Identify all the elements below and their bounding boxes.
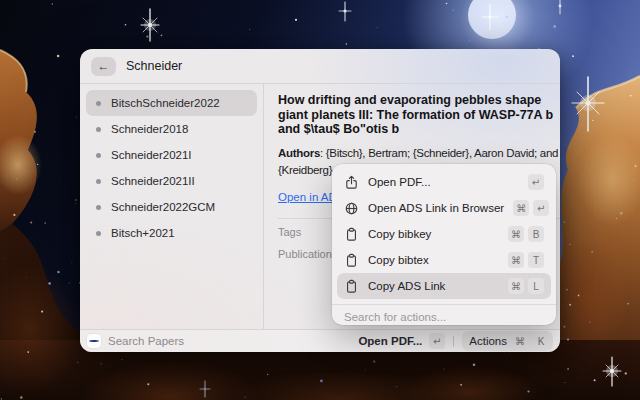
- list-item[interactable]: Schneider2018: [86, 116, 257, 142]
- menu-item-open-pdf[interactable]: Open PDF... ↵: [337, 169, 551, 195]
- actions-menu: Open PDF... ↵ Open ADS Link in Browser ⌘…: [332, 164, 556, 325]
- list-item-label: Schneider2018: [111, 123, 188, 135]
- paper-list: BitschSchneider2022 Schneider2018 Schnei…: [80, 84, 264, 329]
- list-item[interactable]: Schneider2022GCM: [86, 194, 257, 220]
- back-arrow-icon: ←: [98, 60, 110, 72]
- key-b: B: [528, 226, 544, 242]
- key-cmd: ⌘: [508, 252, 524, 268]
- primary-action-button[interactable]: Open PDF...: [358, 335, 422, 347]
- menu-item-copy-ads-link[interactable]: Copy ADS Link ⌘L: [337, 273, 551, 299]
- status-bar: Search Papers Open PDF... ↵ Actions ⌘ K: [80, 329, 560, 352]
- list-item[interactable]: Bitsch+2021: [86, 220, 257, 246]
- paper-title: How drifting and evaporating pebbles sha…: [278, 93, 560, 137]
- window-header: ←: [80, 49, 560, 84]
- list-item-label: Schneider2022GCM: [111, 201, 215, 213]
- actions-search-input[interactable]: [332, 305, 556, 328]
- list-item-label: BitschSchneider2022: [111, 97, 220, 109]
- back-button[interactable]: ←: [91, 57, 116, 76]
- key-cmd: ⌘: [512, 333, 528, 349]
- clipboard-icon: [344, 227, 359, 242]
- launcher-window: ← BitschSchneider2022 Schneider2018 Schn…: [80, 49, 560, 352]
- key-cmd: ⌘: [508, 226, 524, 242]
- bullet-icon: [96, 127, 101, 132]
- list-item[interactable]: BitschSchneider2022: [86, 90, 257, 116]
- search-input[interactable]: [126, 59, 549, 73]
- bullet-icon: [96, 101, 101, 106]
- upload-icon: [344, 175, 359, 190]
- bullet-icon: [96, 231, 101, 236]
- globe-icon: [344, 201, 359, 216]
- bullet-icon: [96, 205, 101, 210]
- list-item[interactable]: Schneider2021I: [86, 142, 257, 168]
- search-papers-logo: [87, 334, 101, 348]
- key-cmd: ⌘: [508, 278, 524, 294]
- menu-item-label: Copy bibtex: [368, 254, 499, 266]
- menu-item-label: Open PDF...: [368, 176, 519, 188]
- key-return: ↵: [429, 333, 445, 349]
- actions-label: Actions: [469, 335, 507, 347]
- actions-button[interactable]: Actions ⌘ K: [462, 331, 553, 351]
- list-item-label: Schneider2021II: [111, 175, 195, 187]
- menu-item-label: Copy bibkey: [368, 228, 499, 240]
- menu-item-label: Copy ADS Link: [368, 280, 499, 292]
- clipboard-icon: [344, 253, 359, 268]
- menu-item-copy-bibkey[interactable]: Copy bibkey ⌘B: [337, 221, 551, 247]
- menu-item-copy-bibtex[interactable]: Copy bibtex ⌘T: [337, 247, 551, 273]
- key-t: T: [528, 252, 544, 268]
- list-item-label: Schneider2021I: [111, 149, 192, 161]
- list-item[interactable]: Schneider2021II: [86, 168, 257, 194]
- list-item-label: Bitsch+2021: [111, 227, 175, 239]
- clipboard-icon: [344, 279, 359, 294]
- menu-item-open-ads-link[interactable]: Open ADS Link in Browser ⌘↵: [337, 195, 551, 221]
- footer-divider: [453, 336, 454, 347]
- key-k: K: [533, 333, 549, 349]
- desktop-background: ← BitschSchneider2022 Schneider2018 Schn…: [0, 0, 640, 400]
- menu-item-label: Open ADS Link in Browser: [368, 202, 504, 214]
- key-l: L: [528, 278, 544, 294]
- authors-label: Authors: [278, 147, 320, 159]
- bullet-icon: [96, 153, 101, 158]
- app-name: Search Papers: [108, 335, 351, 347]
- key-return: ↵: [528, 174, 544, 190]
- key-cmd: ⌘: [513, 200, 529, 216]
- key-return: ↵: [533, 200, 549, 216]
- bullet-icon: [96, 179, 101, 184]
